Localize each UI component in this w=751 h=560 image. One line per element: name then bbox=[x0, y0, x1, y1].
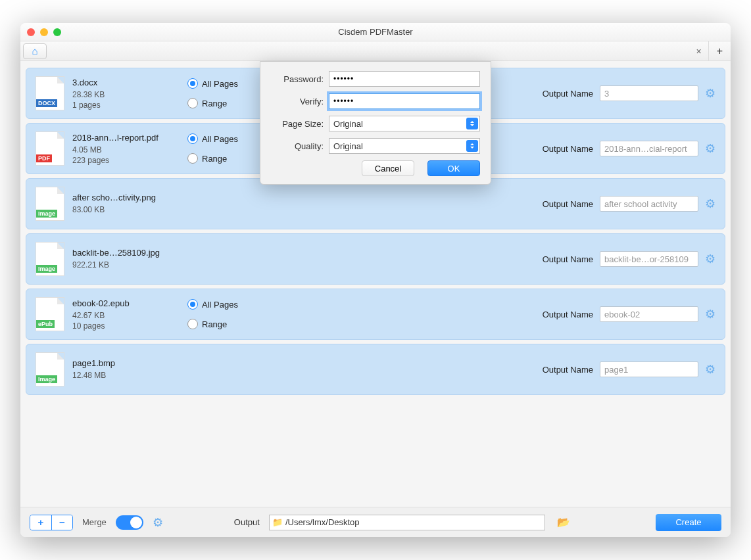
window-title: Cisdem PDFMaster bbox=[20, 27, 731, 37]
titlebar: Cisdem PDFMaster bbox=[20, 23, 731, 41]
home-icon: ⌂ bbox=[32, 45, 37, 57]
row-settings-icon[interactable]: ⚙ bbox=[705, 252, 715, 266]
file-pages: 223 pages bbox=[72, 156, 187, 165]
password-input[interactable] bbox=[329, 71, 480, 87]
output-name-input[interactable] bbox=[600, 85, 698, 101]
output-name-label: Output Name bbox=[543, 199, 593, 209]
range-label: Range bbox=[202, 319, 227, 329]
quality-label: Quality: bbox=[271, 141, 324, 151]
range-label: Range bbox=[202, 154, 227, 164]
output-name-input[interactable] bbox=[600, 196, 698, 212]
file-type-icon: Image bbox=[36, 352, 64, 386]
output-name-group: Output Name⚙ bbox=[543, 362, 715, 377]
file-row[interactable]: Imageafter scho…ctivity.png83.00 KBOutpu… bbox=[26, 178, 725, 229]
row-settings-icon[interactable]: ⚙ bbox=[705, 362, 715, 377]
minimize-window-button[interactable] bbox=[40, 28, 48, 36]
verify-label: Verify: bbox=[271, 97, 324, 106]
output-name-label: Output Name bbox=[543, 254, 593, 264]
output-name-input[interactable] bbox=[600, 251, 698, 267]
output-name-label: Output Name bbox=[543, 89, 593, 99]
file-row[interactable]: Imagebacklit-be…258109.jpg922.21 KBOutpu… bbox=[26, 233, 725, 285]
file-size: 28.38 KB bbox=[72, 90, 187, 99]
file-name: 3.docx bbox=[72, 78, 187, 87]
file-pages: 1 pages bbox=[72, 101, 187, 110]
file-name: page1.bmp bbox=[72, 358, 187, 368]
output-name-group: Output Name⚙ bbox=[543, 141, 715, 156]
window-controls bbox=[20, 28, 61, 36]
ok-button[interactable]: OK bbox=[427, 160, 480, 176]
page-size-value: Original bbox=[333, 119, 363, 129]
row-settings-icon[interactable]: ⚙ bbox=[705, 141, 715, 156]
file-type-badge: Image bbox=[36, 265, 57, 273]
close-window-button[interactable] bbox=[27, 28, 35, 36]
select-arrow-icon bbox=[466, 140, 478, 152]
remove-file-button[interactable]: − bbox=[51, 515, 72, 530]
output-name-input[interactable] bbox=[600, 306, 698, 322]
file-size: 83.00 KB bbox=[72, 205, 187, 214]
radio-icon bbox=[187, 153, 198, 164]
radio-icon bbox=[187, 299, 198, 310]
page-size-select[interactable]: Original bbox=[329, 116, 480, 131]
all-pages-label: All Pages bbox=[202, 79, 238, 89]
page-size-label: Page Size: bbox=[271, 119, 324, 129]
output-name-input[interactable] bbox=[600, 141, 698, 156]
add-tab-button[interactable]: + bbox=[708, 41, 731, 60]
quality-value: Original bbox=[333, 141, 363, 151]
output-name-label: Output Name bbox=[543, 365, 593, 375]
file-meta: 2018-ann…l-report.pdf4.05 MB223 pages bbox=[72, 133, 187, 165]
output-name-label: Output Name bbox=[543, 144, 593, 154]
output-name-group: Output Name⚙ bbox=[543, 306, 715, 322]
radio-icon bbox=[187, 319, 198, 329]
file-meta: page1.bmp12.48 MB bbox=[72, 358, 187, 381]
all-pages-label: All Pages bbox=[202, 300, 238, 310]
app-window: Cisdem PDFMaster ⌂ × + DOCX3.docx28.38 K… bbox=[20, 23, 731, 537]
add-file-button[interactable]: + bbox=[30, 515, 51, 530]
file-name: 2018-ann…l-report.pdf bbox=[72, 133, 187, 143]
file-size: 922.21 KB bbox=[72, 260, 187, 269]
browse-output-button[interactable]: 📂 bbox=[557, 516, 570, 528]
select-arrow-icon bbox=[466, 118, 478, 129]
output-name-label: Output Name bbox=[543, 310, 593, 319]
file-type-badge: PDF bbox=[36, 154, 52, 162]
file-type-badge: Image bbox=[36, 210, 57, 218]
file-meta: 3.docx28.38 KB1 pages bbox=[72, 78, 187, 110]
output-name-group: Output Name⚙ bbox=[543, 196, 715, 212]
row-settings-icon[interactable]: ⚙ bbox=[705, 197, 715, 211]
merge-settings-icon[interactable]: ⚙ bbox=[153, 515, 163, 530]
output-name-group: Output Name⚙ bbox=[543, 85, 715, 101]
file-row[interactable]: ePubebook-02.epub42.67 KB10 pagesAll Pag… bbox=[26, 289, 725, 340]
file-name: after scho…ctivity.png bbox=[72, 193, 187, 202]
password-label: Password: bbox=[271, 74, 324, 84]
range-radio[interactable]: Range bbox=[187, 319, 273, 329]
page-range-group: All PagesRange bbox=[187, 299, 273, 329]
quality-select[interactable]: Original bbox=[329, 138, 480, 154]
file-type-icon: Image bbox=[36, 187, 64, 221]
folder-icon: 📁 bbox=[272, 517, 283, 527]
all-pages-label: All Pages bbox=[202, 134, 238, 144]
file-name: ebook-02.epub bbox=[72, 298, 187, 308]
output-name-group: Output Name⚙ bbox=[543, 251, 715, 267]
zoom-window-button[interactable] bbox=[53, 28, 61, 36]
all-pages-radio[interactable]: All Pages bbox=[187, 299, 273, 310]
file-type-icon: DOCX bbox=[36, 76, 64, 110]
file-type-icon: ePub bbox=[36, 297, 64, 331]
home-button[interactable]: ⌂ bbox=[23, 43, 47, 59]
output-path-box[interactable]: 📁 /Users/lmx/Desktop bbox=[269, 515, 545, 530]
row-settings-icon[interactable]: ⚙ bbox=[705, 307, 715, 321]
verify-input[interactable] bbox=[329, 93, 480, 109]
output-name-input[interactable] bbox=[600, 362, 698, 377]
radio-icon bbox=[187, 133, 198, 144]
create-button[interactable]: Create bbox=[656, 514, 721, 531]
file-meta: after scho…ctivity.png83.00 KB bbox=[72, 193, 187, 216]
cancel-button[interactable]: Cancel bbox=[362, 160, 414, 176]
merge-label: Merge bbox=[82, 517, 107, 527]
file-meta: backlit-be…258109.jpg922.21 KB bbox=[72, 248, 187, 271]
radio-icon bbox=[187, 78, 198, 89]
merge-toggle[interactable] bbox=[116, 515, 143, 530]
row-settings-icon[interactable]: ⚙ bbox=[705, 86, 715, 101]
file-row[interactable]: Imagepage1.bmp12.48 MBOutput Name⚙ bbox=[26, 344, 725, 395]
settings-dialog: Password: Verify: Page Size: Original Qu… bbox=[260, 61, 491, 185]
add-remove-group: + − bbox=[30, 515, 73, 530]
file-type-icon: Image bbox=[36, 242, 64, 276]
close-tab-button[interactable]: × bbox=[689, 46, 708, 57]
